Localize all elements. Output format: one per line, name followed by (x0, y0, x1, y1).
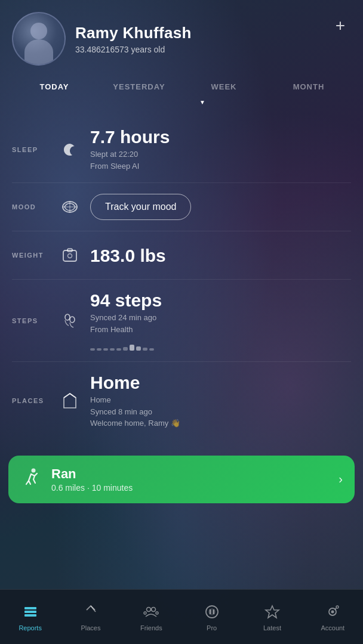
steps-row: STEPS 94 steps Synced 24 min ago From He… (12, 280, 351, 362)
tab-today[interactable]: TODAY (12, 78, 97, 96)
run-banner[interactable]: Ran 0.6 miles · 10 minutes › (8, 456, 355, 503)
latest-label: Latest (263, 624, 281, 631)
places-row: PLACES Home Home Synced 8 min ago Welcom… (12, 362, 351, 440)
run-info: Ran 0.6 miles · 10 minutes (51, 466, 133, 493)
weight-label: WEIGHT (12, 252, 57, 259)
sleep-label: SLEEP (12, 146, 57, 153)
track-mood-button[interactable]: Track your mood (90, 194, 191, 220)
sleep-sub: Slept at 22:20 From Sleep AI (90, 148, 351, 172)
mood-row: MOOD Track your mood (12, 183, 351, 231)
svg-point-22 (336, 606, 339, 608)
places-icon (57, 388, 83, 414)
places-value: Home Home Synced 8 min ago Welcome home,… (90, 373, 351, 429)
steps-count: 94 steps (90, 290, 351, 310)
nav-places[interactable]: Places (60, 598, 121, 636)
steps-sub: Synced 24 min ago From Health (90, 312, 351, 335)
weight-value: 183.0 lbs (90, 246, 351, 265)
svg-point-14 (152, 607, 156, 611)
run-chevron-icon: › (339, 472, 343, 486)
tab-active-indicator (42, 99, 363, 110)
mood-label: MOOD (12, 203, 57, 210)
places-nav-label: Places (81, 624, 100, 631)
places-nav-icon (82, 603, 100, 621)
nav-latest[interactable]: Latest (242, 598, 302, 636)
places-location: Home (90, 373, 351, 392)
weight-lbs: 183.0 lbs (90, 246, 351, 265)
nav-reports[interactable]: Reports (0, 598, 60, 636)
steps-label: STEPS (12, 317, 57, 324)
svg-point-6 (65, 314, 70, 320)
pro-icon (203, 603, 221, 621)
sleep-value: 7.7 hours Slept at 22:20 From Sleep AI (90, 127, 351, 172)
main-content: Ramy Khuffash 33.486216573 years old + T… (0, 0, 363, 589)
reports-icon (21, 603, 39, 621)
bottom-nav: Reports Places Friends (0, 589, 363, 644)
metrics-list: SLEEP 7.7 hours Slept at 22:20 From Slee… (0, 110, 363, 446)
nav-friends[interactable]: Friends (121, 598, 182, 636)
svg-marker-19 (266, 606, 279, 618)
svg-point-16 (144, 612, 146, 614)
user-age: 33.486216573 years old (75, 45, 192, 54)
reports-label: Reports (19, 624, 42, 631)
svg-point-21 (331, 610, 334, 613)
svg-rect-12 (24, 614, 36, 617)
tab-yesterday[interactable]: YESTERDAY (97, 78, 182, 96)
weight-icon (57, 242, 83, 268)
svg-point-13 (147, 607, 151, 611)
account-icon (324, 603, 342, 621)
svg-point-7 (70, 317, 75, 323)
tab-month[interactable]: MONTH (266, 78, 351, 96)
nav-account[interactable]: Account (303, 598, 363, 636)
weight-row: WEIGHT 183.0 lbs (12, 231, 351, 280)
add-button[interactable]: + (330, 15, 351, 36)
user-info: Ramy Khuffash 33.486216573 years old (75, 24, 192, 54)
avatar-silhouette (21, 23, 57, 64)
run-sub: 0.6 miles · 10 minutes (51, 483, 133, 493)
nav-pro[interactable]: Pro (182, 598, 242, 636)
places-label: PLACES (12, 397, 57, 404)
svg-line-23 (336, 608, 337, 609)
header-left: Ramy Khuffash 33.486216573 years old (12, 12, 192, 66)
mood-icon (57, 194, 83, 220)
svg-point-5 (68, 254, 72, 258)
svg-point-9 (32, 468, 36, 472)
tabs: TODAY YESTERDAY WEEK MONTH (0, 72, 363, 99)
run-title: Ran (51, 466, 133, 482)
latest-icon (263, 603, 281, 621)
run-icon (20, 466, 42, 493)
svg-point-15 (156, 612, 158, 614)
sleep-icon (57, 137, 83, 163)
steps-value: 94 steps Synced 24 min ago From Health (90, 290, 351, 351)
account-label: Account (321, 624, 344, 631)
tab-week[interactable]: WEEK (182, 78, 266, 96)
user-name: Ramy Khuffash (75, 24, 192, 42)
pro-label: Pro (207, 624, 217, 631)
steps-chart (90, 339, 351, 351)
svg-point-18 (208, 608, 216, 615)
places-sub: Home Synced 8 min ago Welcome home, Ramy… (90, 394, 351, 429)
svg-rect-11 (24, 611, 36, 613)
header: Ramy Khuffash 33.486216573 years old + (0, 0, 363, 72)
mood-value: Track your mood (90, 194, 351, 220)
sleep-hours: 7.7 hours (90, 127, 351, 147)
sleep-row: SLEEP 7.7 hours Slept at 22:20 From Slee… (12, 116, 351, 183)
svg-rect-10 (24, 607, 36, 609)
steps-icon (57, 308, 83, 334)
friends-icon (142, 603, 160, 621)
avatar (12, 12, 66, 66)
friends-label: Friends (140, 624, 162, 631)
